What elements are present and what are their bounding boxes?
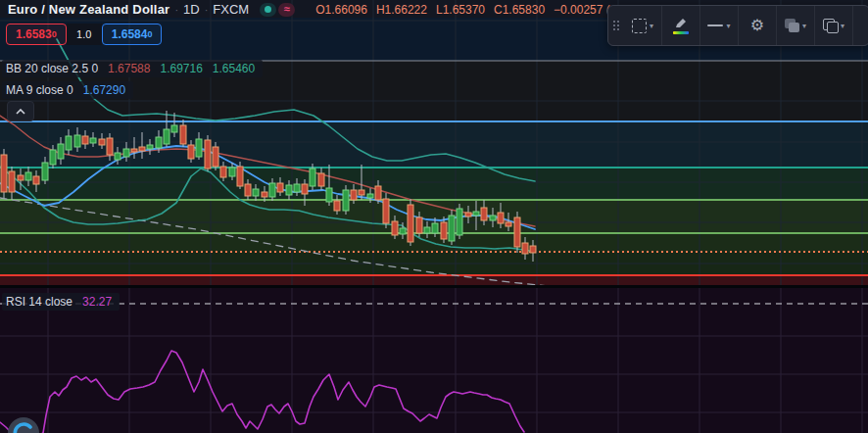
- candle-body: [50, 150, 56, 165]
- candle-body: [164, 129, 169, 144]
- candle-body: [343, 190, 349, 211]
- ohlc-values: O1.66096 H1.66222 L1.65370 C1.65830 −0.0…: [315, 3, 654, 17]
- market-status: ≈: [260, 3, 295, 17]
- candle-body: [18, 175, 24, 180]
- candle-body: [310, 168, 315, 186]
- candle-body: [196, 139, 202, 157]
- candle-body: [66, 136, 72, 150]
- pencil-icon: [674, 17, 688, 29]
- candle-body: [156, 137, 162, 148]
- draw-tool-icon[interactable]: [661, 6, 699, 45]
- candle-body: [115, 153, 121, 160]
- candle-body: [432, 223, 438, 233]
- candle-body: [514, 217, 520, 247]
- candle-body: [530, 246, 536, 253]
- candle-body: [180, 125, 186, 144]
- candle-body: [424, 227, 430, 233]
- legend-bollinger[interactable]: BB 20 close 2.5 0 1.67588 1.69716 1.6546…: [2, 60, 263, 77]
- ideas-stream-icon[interactable]: ≈: [278, 3, 295, 17]
- candle-body: [277, 183, 283, 192]
- bb-upper-value: 1.69716: [160, 62, 202, 75]
- order-panel: 1.65830 1.0 1.65840: [6, 24, 162, 45]
- chart-window: Euro / New Zealand Dollar · 1D · FXCM ≈ …: [0, 0, 868, 433]
- sell-price-pip: 0: [52, 29, 57, 39]
- candle-body: [416, 217, 422, 233]
- candle-body: [205, 140, 211, 168]
- settings-gear-icon[interactable]: ⚙: [738, 6, 776, 45]
- chevron-up-icon: [16, 109, 25, 115]
- layers-icon[interactable]: ▾: [776, 6, 814, 45]
- exchange-label: FXCM: [213, 2, 249, 17]
- buy-price: 1.6584: [112, 27, 148, 41]
- candle-body: [294, 184, 300, 192]
- candle-body: [473, 212, 479, 216]
- rsi-label: RSI 14 close: [6, 295, 72, 309]
- copy-icon[interactable]: ▾: [814, 6, 852, 45]
- pane-collapse-button[interactable]: [7, 101, 34, 121]
- legend-ma[interactable]: MA 9 close 0 1.67290: [2, 81, 133, 99]
- low-value: L1.65370: [436, 3, 485, 17]
- candle-body: [58, 144, 64, 159]
- candle-body: [237, 167, 243, 186]
- candle-body: [262, 192, 267, 197]
- candle-body: [90, 138, 96, 143]
- sell-price: 1.6583: [16, 27, 52, 41]
- candle-body: [33, 176, 39, 184]
- candle-body: [42, 163, 48, 180]
- line-tool-icon[interactable]: ▾: [699, 6, 738, 45]
- color-gradient-bar: [673, 31, 689, 34]
- legend-rsi[interactable]: RSI 14 close 32.27: [2, 293, 120, 311]
- selection-tool-icon[interactable]: ▾: [624, 6, 661, 45]
- candle-body: [334, 201, 340, 211]
- spread-value: 1.0: [67, 24, 102, 45]
- candle-body: [220, 167, 226, 177]
- high-value: H1.66222: [376, 3, 427, 17]
- candle-body: [123, 149, 129, 157]
- sell-button[interactable]: 1.65830: [6, 24, 67, 45]
- toolbar-overflow[interactable]: [852, 6, 868, 45]
- candle-body: [400, 228, 406, 234]
- candle-body: [229, 168, 235, 176]
- candle-body: [441, 222, 447, 239]
- broker-logo-icon: [6, 415, 41, 433]
- candle-body: [318, 173, 324, 186]
- price-zone: [0, 168, 868, 200]
- candle-body: [383, 199, 389, 223]
- candle-body: [269, 183, 275, 197]
- pane-separator: [0, 285, 868, 288]
- candle-body: [82, 136, 88, 144]
- candle-body: [457, 209, 462, 235]
- candle-body: [139, 147, 145, 151]
- separator-dot: ·: [174, 4, 178, 16]
- candle-body: [490, 216, 496, 220]
- candle-body: [107, 138, 113, 155]
- toolbar-drag-handle-icon[interactable]: [608, 6, 624, 45]
- candle-body: [408, 205, 413, 242]
- market-open-icon[interactable]: [260, 3, 276, 17]
- candle-body: [392, 221, 398, 235]
- candle-body: [481, 208, 487, 220]
- candle-body: [302, 184, 308, 194]
- candle-body: [326, 188, 332, 202]
- candle-body: [74, 135, 80, 147]
- candle-body: [245, 184, 251, 196]
- candle-body: [465, 213, 471, 216]
- candle-body: [375, 186, 381, 200]
- floating-toolbar: ▾ ▾ ⚙ ▾ ▾: [607, 5, 868, 46]
- buy-button[interactable]: 1.65840: [102, 24, 163, 45]
- broker-logo[interactable]: [6, 415, 41, 433]
- price-zone: [0, 275, 868, 285]
- symbol-header: Euro / New Zealand Dollar · 1D · FXCM ≈ …: [8, 1, 654, 18]
- candle-body: [522, 243, 528, 254]
- candle-body: [213, 147, 218, 167]
- symbol-title[interactable]: Euro / New Zealand Dollar: [8, 2, 169, 17]
- candle-body: [131, 149, 137, 152]
- candle-body: [1, 155, 7, 192]
- timeframe-label[interactable]: 1D: [183, 2, 200, 17]
- candle-body: [498, 213, 504, 223]
- candle-body: [367, 194, 373, 198]
- candle-body: [286, 185, 292, 195]
- separator-dot: ·: [205, 4, 209, 16]
- rsi-value: 32.27: [82, 295, 112, 309]
- buy-price-pip: 0: [147, 29, 152, 39]
